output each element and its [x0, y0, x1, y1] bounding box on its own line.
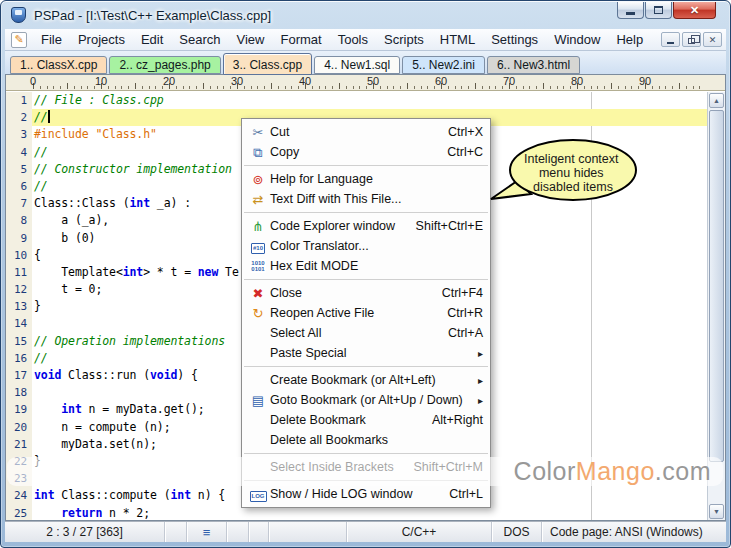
ruler-mark-30: 30 — [231, 75, 243, 87]
wrap-lines-icon: ≡ — [203, 525, 211, 540]
close-button[interactable]: ✕ — [673, 2, 716, 19]
menubar-item-window[interactable]: Window — [546, 30, 608, 49]
menu-item-label: Close — [270, 286, 302, 300]
ruler-mark-20: 20 — [163, 75, 175, 87]
pspad-window: PSPad - [I:\Test\C++ Example\Class.cpp] … — [0, 0, 731, 548]
line-number: 20 — [6, 419, 32, 436]
line-number: 6 — [6, 178, 32, 195]
mdi-window-controls: ✕ — [661, 32, 722, 47]
submenu-arrow-icon: ▸ — [478, 348, 483, 359]
scrollbar-thumb[interactable] — [709, 110, 724, 462]
menubar-item-search[interactable]: Search — [171, 30, 228, 49]
menubar-item-html[interactable]: HTML — [432, 30, 483, 49]
context-menu-item-goto-bookmark-or-alt-up-down[interactable]: ▤Goto Bookmark (or Alt+Up / Down)▸ — [242, 390, 490, 410]
context-menu-item-delete-bookmark[interactable]: Delete BookmarkAlt+Right — [242, 410, 490, 430]
tab-6-new3-html[interactable]: 6.. New3.html — [487, 56, 580, 74]
line-number: 25 — [6, 505, 32, 521]
statusbar-empty-cell — [249, 522, 269, 542]
menubar-item-format[interactable]: Format — [272, 30, 329, 49]
speech-bubble: Inteligent context menu hides disabled i… — [487, 137, 647, 211]
menu-bar: ✎ FileProjectsEditSearchViewFormatToolsS… — [5, 29, 726, 51]
minimize-button[interactable] — [617, 2, 644, 19]
window-controls: ✕ — [616, 2, 716, 19]
tab-5-new2-ini[interactable]: 5.. New2.ini — [402, 56, 485, 74]
mdi-minimize-button[interactable] — [661, 32, 680, 47]
menubar-item-file[interactable]: File — [33, 30, 70, 49]
mdi-restore-icon — [688, 38, 695, 44]
pspad-app-icon — [11, 7, 26, 23]
line-number: 2 — [6, 109, 32, 126]
context-menu-item-help-for-language[interactable]: ⊚Help for Language — [242, 169, 490, 189]
context-menu-item-hex-edit-mode[interactable]: 1010 0101Hex Edit MODE — [242, 256, 490, 276]
mdi-close-button[interactable]: ✕ — [703, 32, 722, 47]
title-bar[interactable]: PSPad - [I:\Test\C++ Example\Class.cpp] … — [1, 1, 730, 29]
maximize-button[interactable] — [645, 2, 672, 19]
color-translator-icon: #10 — [246, 239, 270, 254]
scroll-down-button[interactable]: ▼ — [709, 504, 724, 519]
menubar-item-scripts[interactable]: Scripts — [376, 30, 432, 49]
context-menu-item-color-translator[interactable]: #10Color Translator... — [242, 236, 490, 256]
menu-item-shortcut: Ctrl+X — [448, 125, 483, 139]
context-menu-item-paste-special[interactable]: Paste Special▸ — [242, 343, 490, 363]
menu-item-shortcut: Ctrl+C — [447, 145, 483, 159]
tab-3-class-cpp[interactable]: 3.. Class.cpp — [223, 53, 312, 75]
context-menu-item-create-bookmark-or-alt-left[interactable]: Create Bookmark (or Alt+Left)▸ — [242, 370, 490, 390]
line-number: 11 — [6, 264, 32, 281]
vertical-scrollbar[interactable]: ▲ ▼ — [707, 92, 725, 520]
screenshot-stage: PSPad - [I:\Test\C++ Example\Class.cpp] … — [0, 0, 731, 548]
line-number: 14 — [6, 315, 32, 332]
menu-separator — [242, 209, 490, 216]
menu-items: FileProjectsEditSearchViewFormatToolsScr… — [33, 30, 651, 49]
menu-separator — [242, 450, 490, 457]
tab-1-classx-cpp[interactable]: 1.. ClassX.cpp — [10, 56, 107, 74]
tab-4-new1-sql[interactable]: 4.. New1.sql — [314, 56, 400, 74]
menu-item-label: Paste Special — [270, 346, 346, 360]
menubar-item-projects[interactable]: Projects — [70, 30, 133, 49]
menu-item-label: Delete all Bookmarks — [270, 433, 388, 447]
scroll-up-button[interactable]: ▲ — [709, 93, 724, 108]
context-menu-item-reopen-active-file[interactable]: ↻Reopen Active FileCtrl+R — [242, 303, 490, 323]
code-explorer-icon: ⋔ — [246, 220, 270, 233]
context-menu-item-cut[interactable]: ✂CutCtrl+X — [242, 122, 490, 142]
line-number: 1 — [6, 92, 32, 109]
menu-item-label: Hex Edit MODE — [270, 259, 358, 273]
context-menu-item-show-hide-log-window[interactable]: LOGShow / Hide LOG windowCtrl+L — [242, 484, 490, 504]
context-menu-item-close[interactable]: ✖CloseCtrl+F4 — [242, 283, 490, 303]
context-menu-item-select-all[interactable]: Select AllCtrl+A — [242, 323, 490, 343]
ruler-mark-60: 60 — [435, 75, 447, 87]
line-number: 9 — [6, 230, 32, 247]
minimize-icon — [626, 12, 635, 15]
mdi-restore-button[interactable] — [682, 32, 701, 47]
menu-item-label: Code Explorer window — [270, 219, 395, 233]
menubar-item-edit[interactable]: Edit — [133, 30, 171, 49]
menubar-item-help[interactable]: Help — [608, 30, 651, 49]
menubar-item-settings[interactable]: Settings — [483, 30, 546, 49]
menu-item-shortcut: Alt+Right — [432, 413, 483, 427]
context-menu-item-delete-all-bookmarks[interactable]: Delete all Bookmarks — [242, 430, 490, 450]
hex-mode-icon: 1010 0101 — [246, 259, 270, 273]
menu-item-shortcut: Ctrl+F4 — [442, 286, 483, 300]
menu-separator — [242, 363, 490, 370]
status-bar: 2 : 3 / 27 [363]≡C/C++DOSCode page: ANSI… — [5, 521, 726, 542]
ruler-mark-50: 50 — [367, 75, 379, 87]
line-number: 8 — [6, 212, 32, 229]
line-number: 19 — [6, 401, 32, 418]
statusbar-syntax-highlighter: C/C++ — [347, 522, 492, 542]
line-text: // File : Class.cpp — [32, 92, 707, 109]
tab-2-cz-pages-php[interactable]: 2.. cz_pages.php — [109, 56, 220, 74]
menubar-item-view[interactable]: View — [229, 30, 273, 49]
line-number: 13 — [6, 298, 32, 315]
menu-item-label: Reopen Active File — [270, 306, 374, 320]
ruler-mark-70: 70 — [503, 75, 515, 87]
context-menu-item-copy[interactable]: ⧉CopyCtrl+C — [242, 142, 490, 162]
menu-separator — [242, 162, 490, 169]
scroll-down-icon: ▼ — [713, 508, 720, 515]
line-number: 17 — [6, 367, 32, 384]
ruler-mark-0: 0 — [30, 75, 36, 87]
context-menu-item-code-explorer-window[interactable]: ⋔Code Explorer windowShift+Ctrl+E — [242, 216, 490, 236]
menu-item-shortcut: Ctrl+L — [449, 487, 483, 501]
mdi-minimize-icon — [667, 42, 674, 44]
menubar-item-tools[interactable]: Tools — [330, 30, 376, 49]
menu-item-shortcut: Ctrl+A — [448, 326, 483, 340]
context-menu-item-text-diff-with-this-file[interactable]: ⇄Text Diff with This File... — [242, 189, 490, 209]
